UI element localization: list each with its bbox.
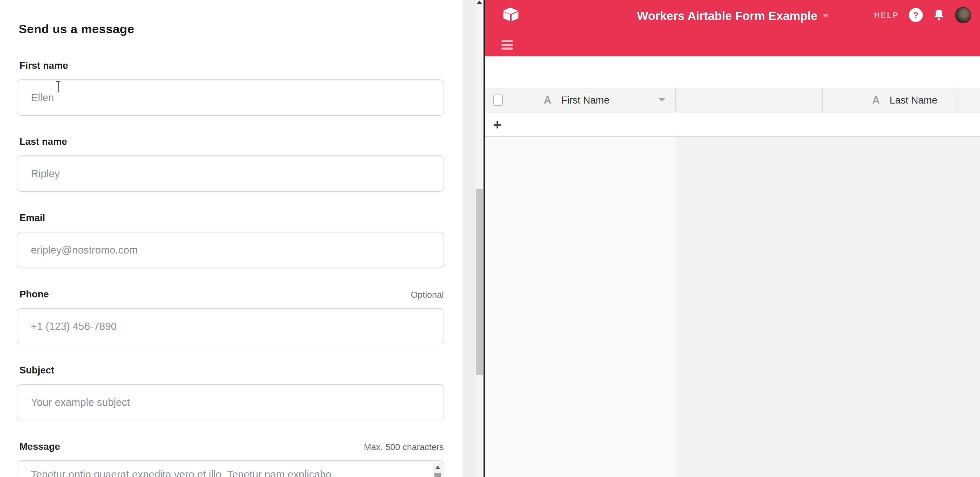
last-name-input[interactable] (17, 155, 444, 192)
add-row-row[interactable]: + (485, 113, 980, 137)
help-button[interactable]: HELP (874, 11, 899, 19)
window-gutter (463, 0, 475, 477)
page-title: Send us a message (19, 22, 134, 36)
scrollbar-up-arrow-icon[interactable] (477, 0, 482, 4)
phone-input[interactable] (17, 308, 444, 344)
column-divider (676, 113, 676, 136)
select-all-checkbox[interactable] (493, 94, 503, 106)
grid-body-right (676, 137, 980, 477)
screen: Send us a message First name Last name E… (0, 0, 980, 477)
topbar-actions: HELP ? (874, 0, 971, 30)
last-name-label: Last name (19, 136, 67, 147)
email-input[interactable] (17, 232, 444, 268)
textarea-scrollbar-thumb[interactable] (434, 473, 441, 477)
base-title: Workers Airtable Form Example (637, 9, 818, 23)
contact-form-pane: Send us a message First name Last name E… (0, 0, 463, 477)
phone-optional-hint: Optional (17, 290, 444, 300)
airtable-pane: Workers Airtable Form Example HELP ? For… (485, 0, 980, 477)
view-toolbar: Grid view (485, 56, 980, 88)
first-name-input[interactable] (17, 79, 444, 116)
page-scrollbar-thumb[interactable] (476, 189, 483, 375)
hamburger-menu-icon[interactable] (501, 40, 513, 49)
user-avatar[interactable] (955, 7, 971, 23)
table-tabs-bar: Form Submissions SHARE (485, 30, 980, 56)
grid-body-left (485, 137, 676, 477)
text-field-type-icon: A (544, 94, 551, 106)
first-name-label: First name (19, 60, 68, 71)
airtable-topbar: Workers Airtable Form Example HELP ? (485, 0, 980, 30)
column-header-phone[interactable]: Phone (958, 88, 980, 112)
message-maxchars-hint: Max. 500 characters (17, 442, 444, 452)
email-label: Email (19, 212, 45, 223)
help-question-icon[interactable]: ? (909, 8, 923, 22)
column-header-email[interactable]: Email (823, 88, 958, 112)
message-placeholder-text: Tenetur optio quaerat expedita vero et i… (31, 469, 426, 477)
subject-label: Subject (19, 365, 54, 376)
column-header-first-name[interactable]: A First Name (485, 88, 676, 112)
message-textarea[interactable]: Tenetur optio quaerat expedita vero et i… (17, 460, 444, 477)
column-header-last-name[interactable]: A Last Name (676, 88, 823, 112)
notifications-bell-icon[interactable] (933, 9, 945, 22)
chevron-down-icon (659, 98, 665, 102)
add-row-plus-icon[interactable]: + (493, 113, 502, 136)
subject-input[interactable] (17, 384, 444, 420)
chevron-down-icon (822, 14, 828, 17)
base-title-menu[interactable]: Workers Airtable Form Example (637, 9, 828, 23)
window-divider (484, 0, 485, 477)
mouse-text-cursor-icon (56, 81, 60, 92)
scroll-up-arrow-icon[interactable] (436, 466, 440, 469)
page-scrollbar[interactable] (475, 0, 484, 477)
airtable-logo-icon[interactable] (503, 7, 520, 22)
textarea-scrollbar[interactable] (434, 463, 442, 477)
grid-header-row: A First Name A Last Name Email (485, 88, 980, 113)
